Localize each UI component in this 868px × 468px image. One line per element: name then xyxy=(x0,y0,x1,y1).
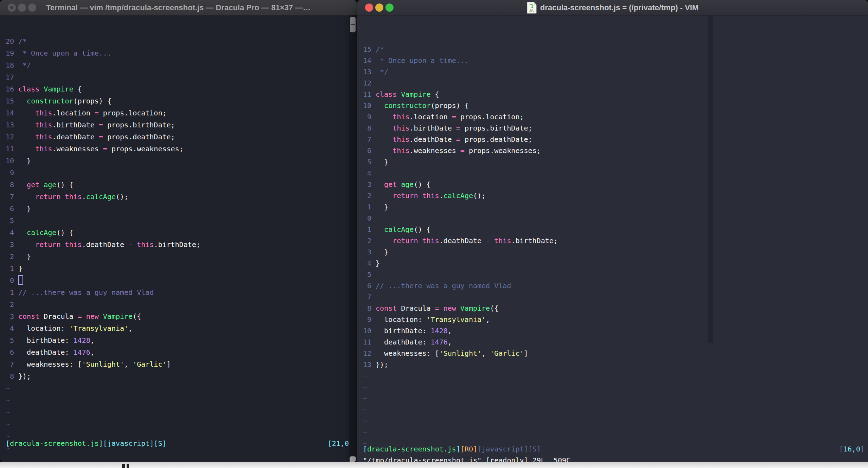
code-area: 15/*14 * Once upon a time...13 */1211cla… xyxy=(357,40,868,449)
code-line: 6 } xyxy=(6,203,357,215)
code-line: 12 xyxy=(363,77,868,89)
background-text-fragment xyxy=(127,464,129,468)
code-line: 2 return this.deathDate - this.birthDate… xyxy=(363,235,868,246)
scrollbar-thumb[interactable] xyxy=(350,17,356,32)
code-line: 1// ...there was a guy named Vlad xyxy=(6,286,357,298)
code-line: 5 birthDate: 1428, xyxy=(6,334,357,346)
tilde-filler-line: ~ xyxy=(363,381,868,393)
window-title: dracula-screenshot.js = (/private/tmp) -… xyxy=(540,3,699,12)
macvim-window: JS dracula-screenshot.js = (/private/tmp… xyxy=(357,0,868,467)
vim-editor-left[interactable]: 20/*19 * Once upon a time...18 */1716cla… xyxy=(0,15,357,462)
code-line: 8 get age() { xyxy=(6,179,357,191)
code-line: 5 } xyxy=(363,156,868,167)
zoom-button[interactable] xyxy=(28,4,36,12)
window-title: Terminal — vim /tmp/dracula-screenshot.j… xyxy=(46,3,311,12)
minimize-button[interactable] xyxy=(18,4,26,12)
code-line: 6 this.weaknesses = props.weaknesses; xyxy=(363,145,868,156)
code-line: 14 * Once upon a time... xyxy=(363,55,868,66)
code-line: 14 this.location = props.location; xyxy=(6,107,357,119)
js-file-icon[interactable]: JS xyxy=(527,2,537,14)
vim-editor-right[interactable]: 15/*14 * Once upon a time...13 */1211cla… xyxy=(357,15,868,467)
tilde-filler-line: ~ xyxy=(6,418,357,430)
code-line: 8const Dracula = new Vampire({ xyxy=(363,303,868,314)
tilde-filler-line: ~ xyxy=(363,438,868,449)
zoom-button[interactable] xyxy=(385,4,394,12)
code-line: 12 this.deathDate = props.deathDate; xyxy=(6,131,357,143)
tilde-filler-line: ~ xyxy=(363,426,868,438)
code-line: 4 location: 'Transylvania', xyxy=(6,322,357,334)
terminal-window: Terminal — vim /tmp/dracula-screenshot.j… xyxy=(0,0,357,462)
code-line: 7 weaknesses: ['Sunlight', 'Garlic'] xyxy=(6,358,357,370)
code-line: 4} xyxy=(363,258,868,269)
code-line: 17 xyxy=(6,71,357,83)
background-window-strip xyxy=(0,462,868,468)
code-line: 1} xyxy=(6,263,357,274)
code-line: 3const Dracula = new Vampire({ xyxy=(6,310,357,322)
code-line: 15 constructor(props) { xyxy=(6,95,357,107)
code-line: 0 xyxy=(363,213,868,224)
code-line: 3 } xyxy=(363,246,868,258)
code-line: 8}); xyxy=(6,370,357,382)
tilde-filler-line: ~ xyxy=(363,415,868,426)
background-text-fragment xyxy=(122,464,125,468)
code-line: 8 this.birthDate = props.birthDate; xyxy=(363,122,868,134)
code-line: 1 } xyxy=(363,201,868,213)
code-line: 2 } xyxy=(6,251,357,263)
close-button[interactable] xyxy=(8,4,16,12)
code-line: 9 location: 'Transylvania', xyxy=(363,314,868,325)
code-line: 11 deathDate: 1476, xyxy=(363,336,868,348)
code-line: 0 xyxy=(6,274,357,286)
tilde-filler-line: ~ xyxy=(6,382,357,394)
code-line: 13 */ xyxy=(363,66,868,77)
code-line: 7 this.deathDate = props.deathDate; xyxy=(363,134,868,145)
code-line: 10 } xyxy=(6,155,357,167)
code-line: 10 birthDate: 1428, xyxy=(363,325,868,336)
code-line: 6 deathDate: 1476, xyxy=(6,346,357,358)
code-line: 18 */ xyxy=(6,59,357,71)
tilde-filler-line: ~ xyxy=(6,442,357,454)
code-line: 15/* xyxy=(363,44,868,55)
code-line: 6// ...there was a guy named Vlad xyxy=(363,280,868,291)
code-line: 3 return this.deathDate - this.birthDate… xyxy=(6,239,357,251)
code-line: 10 constructor(props) { xyxy=(363,100,868,111)
code-line: 7 xyxy=(363,291,868,303)
code-line: 5 xyxy=(6,215,357,227)
close-button[interactable] xyxy=(365,4,373,12)
code-line: 5 xyxy=(363,269,868,280)
svg-text:JS: JS xyxy=(529,9,534,13)
tilde-filler-line: ~ xyxy=(6,394,357,406)
code-line: 11class Vampire { xyxy=(363,89,868,100)
code-line: 9 this.location = props.location; xyxy=(363,111,868,122)
tilde-filler-line: ~ xyxy=(363,370,868,381)
scrollbar-bottom-cap xyxy=(350,456,356,462)
code-line: 2 return this.calcAge(); xyxy=(363,190,868,201)
traffic-lights xyxy=(365,0,396,15)
code-line: 3 get age() { xyxy=(363,179,868,190)
code-area: 20/*19 * Once upon a time...18 */1716cla… xyxy=(0,32,357,454)
code-line: 20/* xyxy=(6,35,357,47)
tilde-filler-line: ~ xyxy=(6,430,357,442)
tilde-filler-line: ~ xyxy=(363,393,868,404)
macvim-titlebar: JS dracula-screenshot.js = (/private/tmp… xyxy=(357,0,868,15)
minimize-button[interactable] xyxy=(375,4,383,12)
terminal-titlebar: Terminal — vim /tmp/dracula-screenshot.j… xyxy=(0,0,357,15)
code-line: 12 weaknesses: ['Sunlight', 'Garlic'] xyxy=(363,348,868,359)
code-line: 7 return this.calcAge(); xyxy=(6,191,357,203)
code-line: 13 this.birthDate = props.birthDate; xyxy=(6,119,357,131)
code-line: 13}); xyxy=(363,359,868,370)
code-line: 1 calcAge() { xyxy=(363,224,868,235)
code-line: 11 this.weaknesses = props.weaknesses; xyxy=(6,143,357,155)
tilde-filler-line: ~ xyxy=(6,406,357,418)
code-line: 19 * Once upon a time... xyxy=(6,47,357,59)
vim-cursor xyxy=(18,275,23,285)
tilde-filler-line: ~ xyxy=(363,404,868,415)
code-line: 2 xyxy=(6,298,357,310)
code-line: 9 xyxy=(6,167,357,179)
code-line: 4 xyxy=(363,167,868,179)
traffic-lights xyxy=(8,0,38,15)
code-line: 16class Vampire { xyxy=(6,83,357,95)
code-line: 4 calcAge() { xyxy=(6,227,357,239)
